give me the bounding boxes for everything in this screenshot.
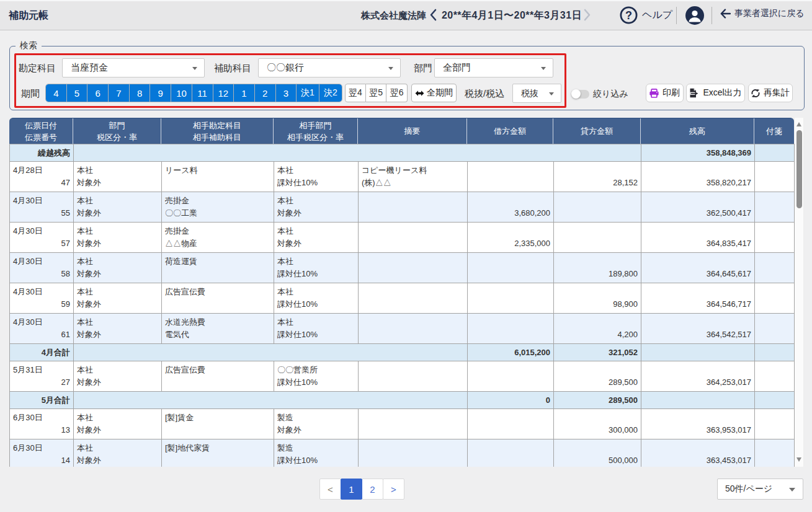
svg-text:?: ? [625,9,632,22]
